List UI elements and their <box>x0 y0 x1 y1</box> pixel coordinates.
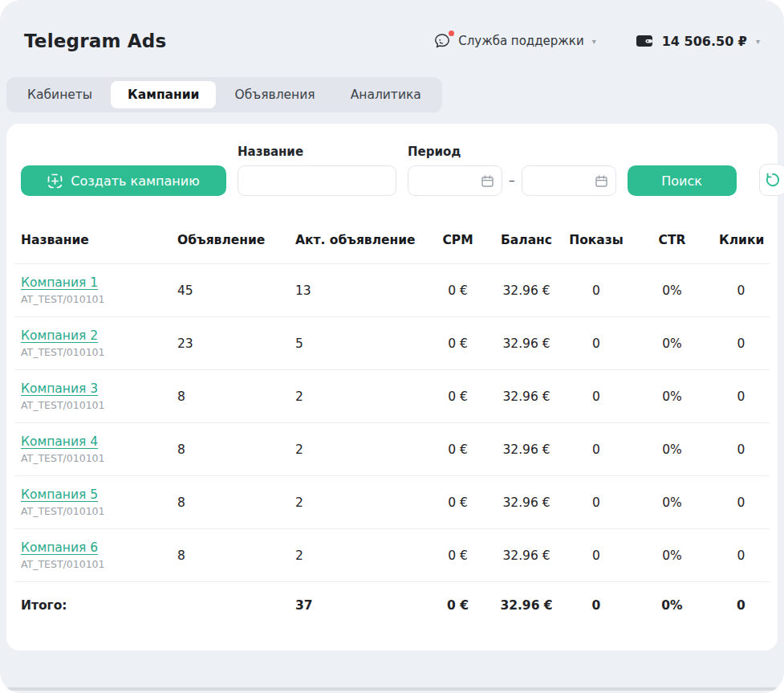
header-right: Служба поддержки ▾ 14 506.50 ₽ ▾ <box>433 31 760 51</box>
cell-clicks: 0 <box>713 423 770 476</box>
col-header-clicks: Клики <box>713 220 770 264</box>
cell-cpm: 0 € <box>424 423 492 476</box>
notification-dot <box>449 31 454 36</box>
cell-cpm: 0 € <box>424 370 492 423</box>
table-row: Компания 3 AT_TEST/010101 8 2 0 € 32.96 … <box>14 370 770 423</box>
cell-impressions: 0 <box>561 423 632 476</box>
cell-impressions: 0 <box>561 317 632 370</box>
cell-impressions: 0 <box>561 476 632 529</box>
period-separator: – <box>509 173 515 188</box>
cell-impressions: 0 <box>561 264 632 317</box>
cell-ctr: 0% <box>632 423 713 476</box>
reset-icon <box>765 172 781 188</box>
name-filter-label: Название <box>238 145 396 159</box>
col-header-impressions: Показы <box>561 220 632 264</box>
period-row: – <box>408 165 616 196</box>
cell-balance: 32.96 € <box>492 370 561 423</box>
total-clicks: 0 <box>713 582 770 631</box>
horizontal-scrollbar[interactable] <box>6 687 778 691</box>
campaign-link[interactable]: Компания 5 <box>21 487 98 502</box>
wallet-icon <box>635 31 654 51</box>
col-header-balance: Баланс <box>492 220 561 264</box>
table-header-row: Название Объявление Акт. объявление CPM … <box>14 220 770 264</box>
reset-filters-button[interactable] <box>759 164 784 196</box>
table-body: Компания 1 AT_TEST/010101 45 13 0 € 32.9… <box>14 264 770 582</box>
cell-ads: 8 <box>171 370 289 423</box>
campaign-code: AT_TEST/010101 <box>21 452 165 464</box>
create-campaign-button[interactable]: Создать кампанию <box>21 165 226 196</box>
support-label: Служба поддержки <box>458 34 583 48</box>
calendar-icon[interactable] <box>481 174 494 188</box>
cell-ctr: 0% <box>632 317 713 370</box>
cell-balance: 32.96 € <box>492 529 561 582</box>
balance-menu[interactable]: 14 506.50 ₽ ▾ <box>635 31 760 51</box>
add-campaign-icon <box>47 173 63 189</box>
name-filter: Название <box>238 145 396 196</box>
tabs: Кабинеты Кампании Объявления Аналитика <box>6 77 442 112</box>
tab-analytics[interactable]: Аналитика <box>334 81 438 108</box>
table-row: Компания 5 AT_TEST/010101 8 2 0 € 32.96 … <box>14 476 770 529</box>
cell-active-ads: 2 <box>289 370 424 423</box>
cell-active-ads: 13 <box>289 264 424 317</box>
filters-bar: Создать кампанию Название Период <box>14 145 770 196</box>
support-chat-icon <box>433 32 451 50</box>
col-header-name: Название <box>14 220 171 264</box>
col-header-ctr: CTR <box>632 220 713 264</box>
cell-clicks: 0 <box>713 264 770 317</box>
cell-cpm: 0 € <box>424 317 492 370</box>
cell-cpm: 0 € <box>424 529 492 582</box>
campaign-code: AT_TEST/010101 <box>21 558 165 570</box>
period-from-field[interactable] <box>408 165 502 196</box>
balance-amount: 14 506.50 ₽ <box>662 34 747 49</box>
tabs-wrap: Кабинеты Кампании Объявления Аналитика <box>0 59 784 112</box>
tab-cabinets[interactable]: Кабинеты <box>10 81 109 108</box>
table-row: Компания 2 AT_TEST/010101 23 5 0 € 32.96… <box>14 317 770 370</box>
page-title: Telegram Ads <box>24 31 166 51</box>
cell-balance: 32.96 € <box>492 264 561 317</box>
search-button[interactable]: Поиск <box>628 165 737 196</box>
campaign-link[interactable]: Компания 4 <box>21 434 98 449</box>
period-to-input[interactable] <box>527 173 585 188</box>
total-ctr: 0% <box>632 582 713 631</box>
name-filter-input[interactable] <box>238 165 396 196</box>
campaign-link[interactable]: Компания 6 <box>21 540 98 555</box>
campaign-code: AT_TEST/010101 <box>21 346 165 358</box>
period-from-input[interactable] <box>413 173 471 188</box>
calendar-icon[interactable] <box>595 174 608 188</box>
cell-impressions: 0 <box>561 529 632 582</box>
header: Telegram Ads Служба поддержки ▾ <box>0 0 784 59</box>
table-row: Компания 4 AT_TEST/010101 8 2 0 € 32.96 … <box>14 423 770 476</box>
support-menu[interactable]: Служба поддержки ▾ <box>433 32 596 50</box>
cell-active-ads: 2 <box>289 423 424 476</box>
table-row: Компания 1 AT_TEST/010101 45 13 0 € 32.9… <box>14 264 770 317</box>
table-row: Компания 6 AT_TEST/010101 8 2 0 € 32.96 … <box>14 529 770 582</box>
cell-ads: 45 <box>171 264 289 317</box>
cell-balance: 32.96 € <box>492 476 561 529</box>
campaign-cell: Компания 6 AT_TEST/010101 <box>14 529 171 582</box>
col-header-active-ads: Акт. объявление <box>289 220 424 264</box>
col-header-ads: Объявление <box>171 220 289 264</box>
total-row: Итого: 37 0 € 32.96 € 0 0% 0 <box>14 582 770 631</box>
period-to-field[interactable] <box>522 165 616 196</box>
col-header-cpm: CPM <box>424 220 492 264</box>
total-ads <box>171 582 289 631</box>
create-campaign-label: Создать кампанию <box>71 173 199 189</box>
cell-cpm: 0 € <box>424 264 492 317</box>
campaign-cell: Компания 3 AT_TEST/010101 <box>14 370 171 423</box>
main-card: Создать кампанию Название Период <box>6 124 778 650</box>
campaign-cell: Компания 4 AT_TEST/010101 <box>14 423 171 476</box>
cell-impressions: 0 <box>561 370 632 423</box>
tab-campaigns[interactable]: Кампании <box>111 81 216 108</box>
cell-clicks: 0 <box>713 529 770 582</box>
campaign-cell: Компания 1 AT_TEST/010101 <box>14 264 171 317</box>
cell-active-ads: 2 <box>289 529 424 582</box>
campaign-link[interactable]: Компания 1 <box>21 275 98 290</box>
tab-ads[interactable]: Объявления <box>217 81 331 108</box>
cell-balance: 32.96 € <box>492 317 561 370</box>
cell-active-ads: 5 <box>289 317 424 370</box>
cell-ctr: 0% <box>632 476 713 529</box>
campaign-link[interactable]: Компания 3 <box>21 381 98 396</box>
cell-ads: 23 <box>171 317 289 370</box>
campaign-link[interactable]: Компания 2 <box>21 328 98 343</box>
total-cpm: 0 € <box>424 582 492 631</box>
